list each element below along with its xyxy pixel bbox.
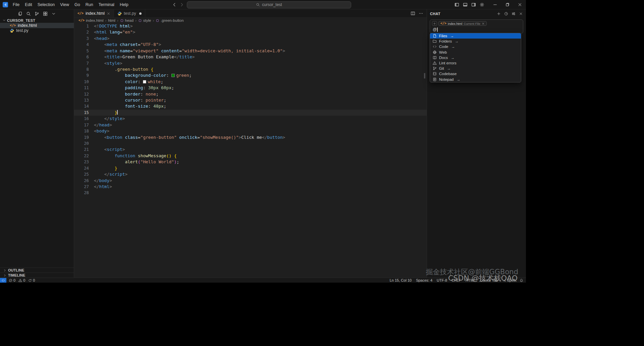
chat-menu-item-notepad[interactable]: Notepad→ [430, 77, 521, 82]
breadcrumb-item-style[interactable]: style [138, 18, 151, 22]
file-item-index-html[interactable]: </>index.html [0, 23, 74, 28]
chat-menu-item-git[interactable]: Git→ [430, 66, 521, 71]
code-line-4[interactable]: 4 <meta charset="UTF-8"> [74, 42, 427, 48]
color-swatch[interactable] [171, 74, 175, 77]
activity-extensions-icon[interactable] [43, 11, 48, 16]
chat-menu-item-docs[interactable]: Docs→ [430, 55, 521, 60]
chat-menu-item-lint-errors[interactable]: Lint errors [430, 60, 521, 66]
line-number[interactable]: 16 [74, 116, 89, 122]
chat-menu-item-codebase[interactable]: Codebase [430, 71, 521, 76]
status-bell[interactable] [520, 279, 523, 282]
menu-item-selection[interactable]: Selection [35, 1, 57, 8]
chat-menu-item-code[interactable]: Code→ [430, 44, 521, 49]
remote-indicator[interactable] [0, 278, 6, 283]
close-chat-icon[interactable] [519, 12, 523, 16]
status-utf-8[interactable]: UTF-8 [437, 278, 447, 282]
chat-settings-icon[interactable] [512, 12, 516, 16]
breadcrumb-item-green-button[interactable]: .green-button [156, 18, 183, 22]
code-line-1[interactable]: 1<!DOCTYPE html> [74, 23, 427, 29]
code-line-5[interactable]: 5 <meta name="viewport" content="width=d… [74, 48, 427, 54]
menu-item-edit[interactable]: Edit [22, 1, 35, 8]
toggle-panel-icon[interactable] [461, 0, 469, 9]
code-line-16[interactable]: 16 </style> [74, 116, 427, 122]
line-number[interactable]: 14 [74, 103, 89, 109]
code-line-18[interactable]: 18<body> [74, 128, 427, 134]
line-number[interactable]: 17 [74, 122, 89, 128]
code-line-13[interactable]: 13 cursor: pointer; [74, 97, 427, 103]
status-sync[interactable]: 0 [28, 278, 35, 282]
toggle-secondary-sidebar-icon[interactable] [469, 0, 478, 9]
chat-input-box[interactable]: </> index.html Current File @ [430, 19, 523, 34]
line-number[interactable]: 18 [74, 128, 89, 134]
maximize-button[interactable] [501, 0, 514, 9]
line-number[interactable]: 4 [74, 42, 89, 48]
chat-menu-item-files[interactable]: Files→ [430, 33, 521, 39]
menu-item-run[interactable]: Run [83, 1, 96, 8]
tab-index-html[interactable]: </>index.html [74, 9, 114, 17]
code-line-2[interactable]: 2<html lang="en"> [74, 29, 427, 35]
line-number[interactable]: 12 [74, 91, 89, 97]
chat-history-icon[interactable] [504, 12, 508, 16]
line-number[interactable]: 19 [74, 134, 89, 140]
chat-input-line[interactable]: @ [433, 27, 521, 32]
code-editor[interactable]: 1<!DOCTYPE html>2<html lang="en">3<head>… [74, 23, 427, 278]
status-warning[interactable]: 0 [18, 278, 25, 282]
code-line-22[interactable]: 22 function showMessage() { [74, 153, 427, 159]
line-number[interactable]: 27 [74, 184, 89, 190]
new-chat-icon[interactable] [497, 12, 501, 16]
activity-explorer-icon[interactable] [18, 11, 22, 16]
line-number[interactable]: 21 [74, 147, 89, 153]
code-line-6[interactable]: 6 <title>Green Button Example</title> [74, 54, 427, 60]
chat-menu-item-web[interactable]: Web [430, 50, 521, 55]
line-number[interactable]: 23 [74, 159, 89, 165]
breadcrumb-item-index-html[interactable]: </>index.html [78, 18, 103, 22]
color-swatch[interactable] [143, 80, 146, 83]
activity-source-control-icon[interactable] [35, 11, 39, 16]
explorer-section-header[interactable]: CURSOR_TEST [0, 18, 74, 23]
forward-icon[interactable] [179, 2, 184, 7]
status-ln-15-col-10[interactable]: Ln 15, Col 10 [390, 278, 412, 282]
close-window-button[interactable] [514, 0, 526, 9]
activity-search-icon[interactable] [26, 11, 31, 16]
code-line-12[interactable]: 12 border: none; [74, 91, 427, 97]
menu-item-terminal[interactable]: Terminal [96, 1, 117, 8]
line-number[interactable]: 7 [74, 60, 89, 66]
add-context-button[interactable] [432, 21, 437, 26]
code-line-24[interactable]: 24 } [74, 165, 427, 171]
line-number[interactable]: 6 [74, 54, 89, 60]
section-timeline[interactable]: TIMELINE [0, 273, 74, 278]
code-line-28[interactable]: 28 [74, 190, 427, 196]
settings-gear-icon[interactable] [478, 0, 486, 9]
toggle-sidebar-icon[interactable] [452, 0, 461, 9]
code-line-15[interactable]: 15 } [74, 110, 427, 116]
app-logo-icon[interactable] [3, 2, 8, 7]
breadcrumb-item-html[interactable]: html [108, 18, 115, 22]
line-number[interactable]: 1 [74, 23, 89, 29]
line-number[interactable]: 13 [74, 97, 89, 103]
code-line-26[interactable]: 26</body> [74, 178, 427, 184]
context-chip[interactable]: </> index.html Current File [438, 21, 487, 26]
back-icon[interactable] [172, 2, 177, 7]
line-number[interactable]: 5 [74, 48, 89, 54]
command-center[interactable]: cursor_test [187, 1, 351, 8]
line-number[interactable]: 25 [74, 171, 89, 177]
section-outline[interactable]: OUTLINE [0, 268, 74, 273]
code-line-21[interactable]: 21 <script> [74, 147, 427, 153]
line-number[interactable]: 22 [74, 153, 89, 159]
line-number[interactable]: 9 [74, 72, 89, 78]
code-line-25[interactable]: 25 </script> [74, 171, 427, 177]
code-line-19[interactable]: 19 <button class="green-button" onclick=… [74, 134, 427, 140]
code-line-27[interactable]: 27</html> [74, 184, 427, 190]
line-number[interactable]: 15 [74, 110, 89, 116]
menu-item-help[interactable]: Help [117, 1, 131, 8]
code-line-9[interactable]: 9 background-color: green; [74, 72, 427, 78]
line-number[interactable]: 11 [74, 85, 89, 91]
line-number[interactable]: 3 [74, 36, 89, 42]
line-number[interactable]: 26 [74, 178, 89, 184]
line-number[interactable]: 8 [74, 66, 89, 72]
status-error[interactable]: 0 [9, 278, 15, 282]
tab-test-py[interactable]: test.py [114, 9, 145, 17]
code-line-17[interactable]: 17</head> [74, 122, 427, 128]
code-line-8[interactable]: 8 .green-button { [74, 66, 427, 72]
menu-item-file[interactable]: File [10, 1, 22, 8]
